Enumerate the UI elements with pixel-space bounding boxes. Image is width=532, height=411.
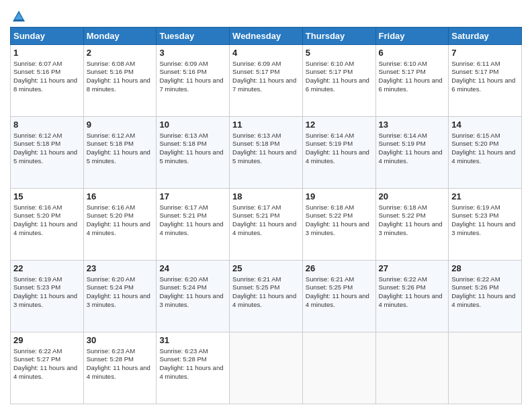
calendar-cell: 27Sunrise: 6:22 AMSunset: 5:26 PMDayligh… <box>375 261 449 332</box>
daylight-label: Daylight: 11 hours and 3 minutes. <box>87 292 150 308</box>
sunset-label: Sunset: 5:17 PM <box>306 68 353 75</box>
sunset-label: Sunset: 5:16 PM <box>159 68 206 75</box>
daylight-label: Daylight: 11 hours and 4 minutes. <box>306 148 369 165</box>
calendar-cell: 6Sunrise: 6:10 AMSunset: 5:17 PMDaylight… <box>375 45 449 117</box>
day-number: 23 <box>87 263 154 275</box>
day-number: 17 <box>159 191 226 203</box>
calendar-cell: 28Sunrise: 6:22 AMSunset: 5:26 PMDayligh… <box>449 261 522 332</box>
calendar-cell: 19Sunrise: 6:18 AMSunset: 5:22 PMDayligh… <box>302 189 375 261</box>
sunset-label: Sunset: 5:17 PM <box>232 68 279 75</box>
calendar-cell: 30Sunrise: 6:23 AMSunset: 5:28 PMDayligh… <box>83 332 157 404</box>
sunset-label: Sunset: 5:16 PM <box>13 68 60 75</box>
sunrise-label: Sunrise: 6:13 AM <box>232 132 281 139</box>
daylight-label: Daylight: 11 hours and 4 minutes. <box>379 148 443 165</box>
day-number: 5 <box>306 47 373 59</box>
sunrise-label: Sunrise: 6:12 AM <box>13 132 62 139</box>
sunrise-label: Sunrise: 6:07 AM <box>13 60 62 67</box>
sunrise-label: Sunrise: 6:23 AM <box>159 347 208 355</box>
sunset-label: Sunset: 5:23 PM <box>13 283 60 291</box>
calendar-week-4: 22Sunrise: 6:19 AMSunset: 5:23 PMDayligh… <box>11 261 522 332</box>
sunset-label: Sunset: 5:28 PM <box>87 355 134 363</box>
calendar-cell: 9Sunrise: 6:12 AMSunset: 5:18 PMDaylight… <box>83 117 157 189</box>
sunrise-label: Sunrise: 6:21 AM <box>232 275 281 283</box>
daylight-label: Daylight: 11 hours and 3 minutes. <box>451 220 515 236</box>
daylight-label: Daylight: 11 hours and 5 minutes. <box>13 148 77 165</box>
sunrise-label: Sunrise: 6:09 AM <box>232 60 281 67</box>
sunrise-label: Sunrise: 6:18 AM <box>379 203 427 211</box>
sunrise-label: Sunrise: 6:16 AM <box>13 203 62 211</box>
daylight-label: Daylight: 11 hours and 4 minutes. <box>13 220 77 236</box>
daylight-label: Daylight: 11 hours and 3 minutes. <box>379 220 443 236</box>
calendar-cell: 29Sunrise: 6:22 AMSunset: 5:27 PMDayligh… <box>11 332 84 404</box>
calendar-cell: 17Sunrise: 6:17 AMSunset: 5:21 PMDayligh… <box>157 189 230 261</box>
day-number: 2 <box>87 47 154 59</box>
day-number: 25 <box>232 263 300 275</box>
calendar-cell: 26Sunrise: 6:21 AMSunset: 5:25 PMDayligh… <box>302 261 375 332</box>
daylight-label: Daylight: 11 hours and 4 minutes. <box>13 364 77 380</box>
day-number: 12 <box>306 119 373 131</box>
calendar-cell <box>302 332 375 404</box>
sunset-label: Sunset: 5:19 PM <box>306 140 353 147</box>
sunrise-label: Sunrise: 6:17 AM <box>159 203 208 211</box>
day-number: 24 <box>159 263 226 275</box>
daylight-label: Daylight: 11 hours and 7 minutes. <box>159 77 223 93</box>
daylight-label: Daylight: 11 hours and 5 minutes. <box>159 148 223 165</box>
sunrise-label: Sunrise: 6:09 AM <box>159 60 208 67</box>
sunset-label: Sunset: 5:19 PM <box>379 140 426 147</box>
sunrise-label: Sunrise: 6:19 AM <box>13 275 62 283</box>
day-number: 1 <box>13 47 81 59</box>
sunset-label: Sunset: 5:20 PM <box>451 140 498 147</box>
day-number: 30 <box>87 334 154 347</box>
sunset-label: Sunset: 5:21 PM <box>159 212 206 219</box>
day-number: 20 <box>379 191 446 203</box>
day-header-wednesday: Wednesday <box>230 28 303 45</box>
page: SundayMondayTuesdayWednesdayThursdayFrid… <box>0 0 532 411</box>
calendar-cell: 23Sunrise: 6:20 AMSunset: 5:24 PMDayligh… <box>83 261 157 332</box>
calendar-cell: 2Sunrise: 6:08 AMSunset: 5:16 PMDaylight… <box>83 45 157 117</box>
sunset-label: Sunset: 5:18 PM <box>87 140 134 147</box>
calendar-cell: 24Sunrise: 6:20 AMSunset: 5:24 PMDayligh… <box>157 261 230 332</box>
daylight-label: Daylight: 11 hours and 3 minutes. <box>159 292 223 308</box>
calendar-cell: 22Sunrise: 6:19 AMSunset: 5:23 PMDayligh… <box>11 261 84 332</box>
day-number: 3 <box>159 47 226 59</box>
sunrise-label: Sunrise: 6:13 AM <box>159 132 208 139</box>
day-header-friday: Friday <box>375 28 449 45</box>
sunrise-label: Sunrise: 6:23 AM <box>87 347 135 355</box>
daylight-label: Daylight: 11 hours and 4 minutes. <box>159 364 223 380</box>
calendar-cell: 10Sunrise: 6:13 AMSunset: 5:18 PMDayligh… <box>157 117 230 189</box>
day-header-thursday: Thursday <box>302 28 375 45</box>
sunset-label: Sunset: 5:21 PM <box>232 212 279 219</box>
day-number: 4 <box>232 47 300 59</box>
header <box>10 7 522 24</box>
sunrise-label: Sunrise: 6:08 AM <box>87 60 135 67</box>
calendar-cell <box>230 332 303 404</box>
daylight-label: Daylight: 11 hours and 6 minutes. <box>451 77 515 93</box>
sunrise-label: Sunrise: 6:14 AM <box>306 132 354 139</box>
calendar-cell: 3Sunrise: 6:09 AMSunset: 5:16 PMDaylight… <box>157 45 230 117</box>
calendar-cell: 11Sunrise: 6:13 AMSunset: 5:18 PMDayligh… <box>230 117 303 189</box>
sunset-label: Sunset: 5:17 PM <box>379 68 426 75</box>
daylight-label: Daylight: 11 hours and 6 minutes. <box>379 77 443 93</box>
day-number: 28 <box>451 263 519 275</box>
sunset-label: Sunset: 5:22 PM <box>306 212 353 219</box>
calendar-cell: 12Sunrise: 6:14 AMSunset: 5:19 PMDayligh… <box>302 117 375 189</box>
daylight-label: Daylight: 11 hours and 5 minutes. <box>87 148 150 165</box>
calendar-cell: 8Sunrise: 6:12 AMSunset: 5:18 PMDaylight… <box>11 117 84 189</box>
logo <box>10 9 26 24</box>
day-number: 31 <box>159 334 226 347</box>
day-header-sunday: Sunday <box>11 28 84 45</box>
daylight-label: Daylight: 11 hours and 4 minutes. <box>451 148 515 165</box>
calendar-week-2: 8Sunrise: 6:12 AMSunset: 5:18 PMDaylight… <box>11 117 522 189</box>
sunset-label: Sunset: 5:18 PM <box>13 140 60 147</box>
daylight-label: Daylight: 11 hours and 6 minutes. <box>306 77 369 93</box>
day-number: 19 <box>306 191 373 203</box>
day-number: 26 <box>306 263 373 275</box>
calendar-cell: 13Sunrise: 6:14 AMSunset: 5:19 PMDayligh… <box>375 117 449 189</box>
calendar-cell <box>375 332 449 404</box>
calendar-cell: 14Sunrise: 6:15 AMSunset: 5:20 PMDayligh… <box>449 117 522 189</box>
day-number: 18 <box>232 191 300 203</box>
daylight-label: Daylight: 11 hours and 8 minutes. <box>87 77 150 93</box>
calendar-cell: 16Sunrise: 6:16 AMSunset: 5:20 PMDayligh… <box>83 189 157 261</box>
sunrise-label: Sunrise: 6:22 AM <box>13 347 62 355</box>
daylight-label: Daylight: 11 hours and 4 minutes. <box>379 292 443 308</box>
